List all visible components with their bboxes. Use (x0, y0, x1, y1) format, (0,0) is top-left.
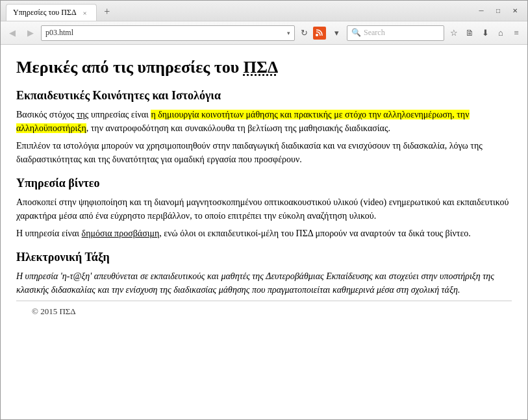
section2-paragraph1: Αποσκοπεί στην ψηφιοποίηση και τη διανομ… (16, 195, 512, 223)
menu-button[interactable]: ≡ (509, 26, 523, 40)
section1-p1-before: Βασικός στόχος (16, 110, 77, 119)
new-tab-button[interactable]: + (99, 4, 115, 19)
page-content: Μερικές από τις υπηρεσίες του ΠΣΔ Εκπαιδ… (1, 45, 527, 419)
browser-window: Υπηρεσίες του ΠΣΔ × + ─ □ ✕ ◀ ▶ p03.html… (0, 0, 528, 420)
home-button[interactable]: ⌂ (494, 26, 508, 40)
maximize-button[interactable]: □ (491, 6, 505, 16)
section2-paragraph2: Η υπηρεσία είναι δημόσια προσβάσιμη, ενώ… (16, 227, 512, 240)
search-placeholder: Search (364, 28, 440, 38)
toolbar-right-buttons: ☆ 🗎 ⬇ ⌂ ≡ (447, 26, 523, 40)
svg-point-0 (316, 34, 318, 36)
rss-button[interactable] (313, 27, 326, 40)
section1-paragraph1: Βασικός στόχος της υπηρεσίας είναι η δημ… (16, 108, 512, 135)
section2-p2-before: Η υπηρεσία είναι (16, 229, 82, 238)
search-box[interactable]: 🔍 Search (347, 25, 444, 41)
section2-title: Υπηρεσία βίντεο (16, 177, 512, 190)
section1-paragraph2: Επιπλέον τα ιστολόγια μπορούν να χρησιμο… (16, 139, 512, 166)
minimize-button[interactable]: ─ (474, 6, 488, 16)
tab-close-button[interactable]: × (81, 8, 90, 18)
toolbar: ◀ ▶ p03.html ▾ ↻ ▾ 🔍 Search ☆ 🗎 ⬇ ⌂ (1, 21, 527, 45)
footer: © 2015 ΠΣΔ (16, 301, 512, 322)
forward-button[interactable]: ▶ (23, 25, 38, 41)
tab-bar: Υπηρεσίες του ΠΣΔ × + (6, 1, 474, 21)
section2-p2-link[interactable]: δημόσια προσβάσιμη (82, 229, 160, 238)
reader-button[interactable]: 🗎 (462, 26, 477, 40)
section3-paragraph1: Η υπηρεσία 'η-τ@ξη' απευθύνεται σε εκπαι… (16, 269, 512, 297)
close-button[interactable]: ✕ (508, 6, 522, 16)
address-text: p03.html (45, 28, 284, 38)
back-button[interactable]: ◀ (5, 25, 20, 41)
page-title: Μερικές από τις υπηρεσίες του ΠΣΔ (16, 58, 512, 77)
rss-dropdown-icon[interactable]: ▾ (329, 25, 344, 41)
address-bar[interactable]: p03.html ▾ (41, 25, 295, 41)
section1-p1-middle: υπηρεσίας είναι (88, 110, 151, 119)
refresh-button[interactable]: ↻ (297, 27, 310, 40)
section2-p2-end: , ενώ όλοι οι εκπαιδευτικοί-μέλη του ΠΣΔ… (159, 229, 471, 238)
rss-icon (316, 29, 323, 38)
section1-p1-end: , την ανατροφοδότηση και συνακόλουθα τη … (86, 123, 390, 133)
titlebar: Υπηρεσίες του ΠΣΔ × + ─ □ ✕ (1, 1, 527, 21)
tab-label: Υπηρεσίες του ΠΣΔ (13, 8, 77, 18)
window-controls: ─ □ ✕ (474, 6, 522, 16)
section1-title: Εκπαιδευτικές Κοινότητες και Ιστολόγια (16, 89, 512, 103)
section1-p1-link[interactable]: της (77, 110, 89, 119)
page-title-text2: ΠΣΔ (244, 58, 279, 77)
footer-text: © 2015 ΠΣΔ (32, 306, 76, 316)
favorites-button[interactable]: ☆ (447, 26, 461, 40)
active-tab[interactable]: Υπηρεσίες του ΠΣΔ × (6, 4, 97, 21)
address-dropdown-icon: ▾ (287, 30, 290, 36)
page-title-text1: Μερικές από τις υπηρεσίες του (16, 58, 244, 77)
section3-title: Ηλεκτρονική Τάξη (16, 251, 512, 264)
search-icon: 🔍 (351, 28, 361, 38)
download-button[interactable]: ⬇ (478, 26, 492, 40)
